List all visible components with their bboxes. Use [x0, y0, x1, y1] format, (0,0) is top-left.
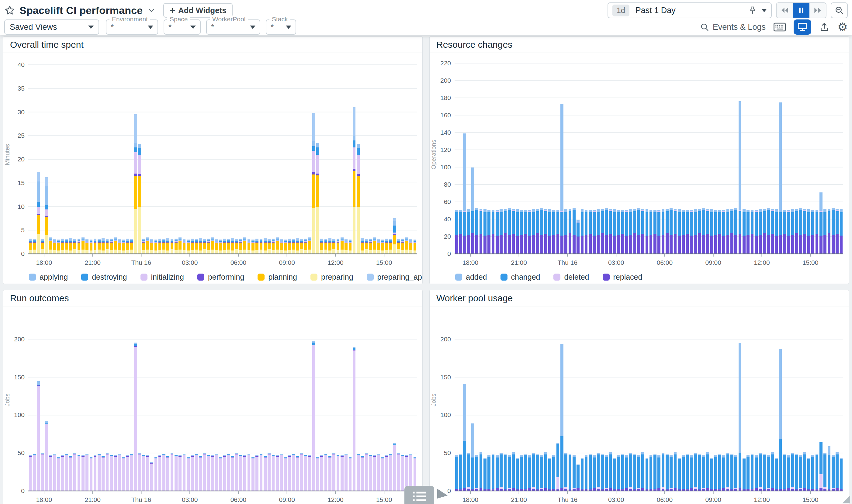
- widget-list-button[interactable]: [404, 486, 434, 504]
- legend-item[interactable]: deleted: [553, 273, 589, 282]
- legend-label: preparing_apply: [377, 273, 422, 282]
- svg-text:09:00: 09:00: [705, 259, 721, 266]
- share-button[interactable]: [819, 22, 830, 32]
- svg-text:120: 120: [440, 146, 451, 153]
- filter-value: *: [211, 22, 214, 32]
- legend-label: added: [466, 273, 487, 282]
- svg-text:150: 150: [14, 374, 25, 381]
- dashboard-header: Spacelift CI performance + Add Widgets 1…: [0, 0, 852, 35]
- legend-swatch: [553, 274, 561, 281]
- panel-title: Run outcomes: [3, 290, 422, 306]
- svg-text:03:00: 03:00: [608, 259, 624, 266]
- legend-label: changed: [511, 273, 540, 282]
- pause-button[interactable]: [793, 3, 810, 18]
- keyboard-shortcuts-button[interactable]: [774, 22, 786, 32]
- legend-swatch: [29, 274, 36, 281]
- chart-area[interactable]: 05010015020018:0021:00Thu 1603:0006:0009…: [3, 306, 422, 504]
- svg-text:03:00: 03:00: [182, 259, 198, 266]
- chevron-down-icon[interactable]: [147, 6, 155, 14]
- legend-label: deleted: [564, 273, 589, 282]
- skip-back-button[interactable]: [777, 3, 793, 18]
- legend-label: initializing: [151, 273, 184, 282]
- pause-icon: [797, 6, 805, 14]
- legend-item[interactable]: replaced: [603, 273, 642, 282]
- svg-text:12:00: 12:00: [754, 259, 770, 266]
- chart-area[interactable]: 051015202530354018:0021:00Thu 1603:0006:…: [3, 53, 422, 269]
- filter-environment[interactable]: Environment *: [106, 19, 158, 35]
- svg-text:50: 50: [444, 449, 451, 456]
- legend-swatch: [455, 274, 462, 281]
- svg-text:15:00: 15:00: [802, 496, 819, 503]
- bar-chart[interactable]: 02040608010012014016018020022018:0021:00…: [430, 53, 849, 268]
- keyboard-icon: [774, 22, 786, 32]
- svg-text:10: 10: [18, 203, 25, 210]
- saved-views-select[interactable]: Saved Views: [4, 19, 99, 35]
- legend-item[interactable]: preparing_apply: [367, 273, 422, 282]
- svg-text:100: 100: [14, 411, 25, 418]
- filter-workerpool[interactable]: WorkerPool *: [206, 19, 260, 35]
- legend-item[interactable]: preparing: [310, 273, 353, 282]
- filter-space[interactable]: Space *: [164, 19, 201, 35]
- legend-item[interactable]: destroying: [81, 273, 127, 282]
- svg-text:03:00: 03:00: [182, 496, 198, 503]
- time-controls: [776, 2, 827, 18]
- settings-button[interactable]: ⚙: [837, 21, 848, 33]
- svg-text:12:00: 12:00: [327, 496, 343, 503]
- legend-item[interactable]: changed: [500, 273, 540, 282]
- panel-overall-time-spent: Overall time spent 051015202530354018:00…: [3, 36, 423, 284]
- panel-resource-changes: Resource changes 02040608010012014016018…: [429, 36, 849, 284]
- svg-text:15:00: 15:00: [802, 259, 819, 266]
- svg-text:25: 25: [18, 132, 25, 139]
- svg-text:06:00: 06:00: [230, 496, 247, 503]
- skip-forward-icon: [813, 6, 822, 15]
- svg-text:03:00: 03:00: [608, 496, 624, 503]
- svg-text:18:00: 18:00: [462, 496, 479, 503]
- filter-label: WorkerPool: [210, 16, 248, 23]
- svg-text:200: 200: [440, 336, 451, 343]
- svg-text:40: 40: [444, 216, 451, 222]
- legend-swatch: [81, 274, 88, 281]
- time-range-picker[interactable]: 1d Past 1 Day: [607, 2, 772, 18]
- panel-drag-handle-icon[interactable]: [437, 489, 448, 499]
- filter-stack[interactable]: Stack *: [266, 19, 296, 35]
- svg-text:15:00: 15:00: [376, 259, 392, 266]
- svg-text:Thu 16: Thu 16: [131, 259, 151, 266]
- legend-item[interactable]: initializing: [141, 273, 184, 282]
- skip-forward-button[interactable]: [810, 3, 826, 18]
- legend-item[interactable]: added: [455, 273, 487, 282]
- legend-item[interactable]: performing: [197, 273, 245, 282]
- svg-text:Jobs: Jobs: [430, 393, 437, 406]
- events-logs-button[interactable]: Events & Logs: [700, 22, 766, 32]
- zoom-out-icon: [834, 5, 844, 15]
- chart-legend: applyingdestroyinginitializingperforming…: [3, 269, 422, 284]
- bar-chart[interactable]: 051015202530354018:0021:00Thu 1603:0006:…: [3, 53, 422, 268]
- pin-icon[interactable]: [748, 6, 757, 15]
- svg-text:09:00: 09:00: [279, 259, 295, 266]
- fullscreen-tv-mode-button[interactable]: [794, 19, 811, 35]
- chart-area[interactable]: 05010015020018:0021:00Thu 1603:0006:0009…: [430, 306, 849, 504]
- legend-label: preparing: [321, 273, 353, 282]
- svg-text:21:00: 21:00: [85, 496, 101, 503]
- caret-down-icon[interactable]: [761, 9, 767, 12]
- legend-item[interactable]: planning: [258, 273, 297, 282]
- svg-text:09:00: 09:00: [279, 496, 295, 503]
- legend-swatch: [141, 274, 147, 281]
- legend-item[interactable]: applying: [29, 273, 68, 282]
- filter-label: Space: [167, 16, 190, 23]
- svg-text:21:00: 21:00: [511, 496, 527, 503]
- bar-chart[interactable]: 05010015020018:0021:00Thu 1603:0006:0009…: [3, 306, 422, 504]
- star-icon[interactable]: [4, 5, 15, 16]
- legend-label: destroying: [92, 273, 127, 282]
- svg-text:06:00: 06:00: [657, 496, 673, 503]
- svg-text:0: 0: [447, 487, 451, 494]
- chart-area[interactable]: 02040608010012014016018020022018:0021:00…: [430, 53, 849, 269]
- svg-text:21:00: 21:00: [85, 259, 101, 266]
- resize-handle-icon[interactable]: [842, 496, 850, 503]
- svg-text:09:00: 09:00: [705, 496, 721, 503]
- bar-chart[interactable]: 05010015020018:0021:00Thu 1603:0006:0009…: [430, 306, 849, 504]
- legend-swatch: [258, 274, 265, 281]
- zoom-out-button[interactable]: [831, 2, 848, 18]
- gear-icon: ⚙: [837, 21, 848, 33]
- svg-text:Thu 16: Thu 16: [131, 496, 151, 503]
- svg-text:200: 200: [14, 336, 25, 343]
